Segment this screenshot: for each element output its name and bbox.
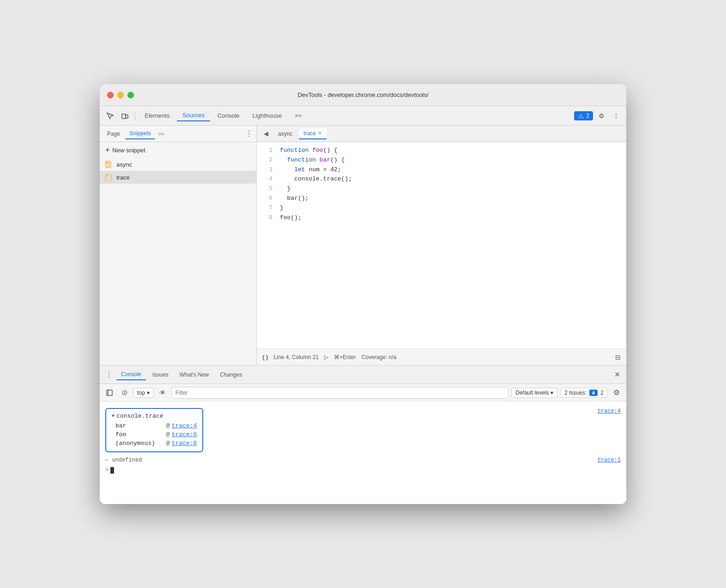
- trace-row-anonymous: (anonymous) @ trace:8: [112, 439, 197, 448]
- editor-area: ◀ async trace ✕ 1 2 3 4 5: [257, 126, 626, 365]
- undefined-line: ← undefined trace:1: [100, 455, 626, 465]
- editor-status-bar: { } Line 4, Column 21 ▷ ⌘+Enter Coverage…: [257, 348, 626, 365]
- editor-tab-close-trace[interactable]: ✕: [318, 130, 322, 136]
- tab-elements[interactable]: Elements: [139, 110, 175, 121]
- issues-icon: [589, 390, 598, 396]
- tab-more[interactable]: >>: [289, 110, 307, 121]
- snippet-item-trace[interactable]: trace: [100, 171, 256, 184]
- code-line-8: foo();: [280, 213, 626, 223]
- code-line-1: function foo() {: [280, 146, 626, 156]
- traffic-lights: [107, 92, 134, 98]
- sidebar-content: + New snippet async: [100, 142, 256, 365]
- run-icon: ▷: [324, 354, 328, 360]
- sidebar-tab-bar: Page Snippets >> ⋮: [100, 126, 256, 142]
- svg-text:!: !: [581, 115, 581, 118]
- devtools-window: DevTools - developer.chrome.com/docs/dev…: [100, 84, 626, 504]
- console-toolbar: ⊘ top ▾ 👁 Default levels ▾ 2 Issues:: [100, 384, 626, 402]
- trace-fn-anonymous: (anonymous): [115, 440, 166, 447]
- run-shortcut: ⌘+Enter: [334, 354, 356, 360]
- trace-fn-bar: bar: [115, 422, 166, 429]
- console-prompt[interactable]: >: [100, 465, 626, 475]
- code-line-4: console.trace();: [280, 174, 626, 184]
- svg-rect-6: [107, 390, 112, 396]
- devtools-toolbar: Elements Sources Console Lighthouse >> !…: [100, 106, 626, 126]
- device-toolbar-btn[interactable]: [118, 109, 131, 122]
- close-button[interactable]: [107, 92, 114, 98]
- issues-counter-btn[interactable]: 2 Issues: 2: [560, 388, 608, 398]
- tab-console[interactable]: Console: [212, 110, 245, 121]
- trace-link-bar[interactable]: trace:4: [172, 422, 197, 429]
- log-levels-btn[interactable]: Default levels ▾: [511, 388, 557, 398]
- editor-tab-bar: ◀ async trace ✕: [257, 126, 626, 142]
- trace-link-foo[interactable]: trace:6: [172, 431, 197, 438]
- snippet-icon-trace: [105, 174, 113, 181]
- undefined-location[interactable]: trace:1: [598, 457, 621, 463]
- run-btn[interactable]: ▷: [324, 354, 328, 360]
- code-line-2: function bar() {: [280, 156, 626, 165]
- prompt-symbol: >: [105, 467, 109, 474]
- console-area: ⋮ Console Issues What's New Changes ✕ ⊘ …: [100, 366, 626, 504]
- trace-location[interactable]: trace:4: [598, 405, 626, 414]
- console-tab-issues[interactable]: Issues: [148, 370, 173, 380]
- console-tab-console[interactable]: Console: [116, 369, 146, 380]
- collapse-triangle-icon[interactable]: ▼: [112, 414, 115, 419]
- trace-header: ▼ console.trace: [112, 413, 197, 420]
- sidebar-tab-snippets[interactable]: Snippets: [126, 128, 155, 139]
- editor-tab-trace[interactable]: trace ✕: [299, 128, 327, 139]
- title-bar: DevTools - developer.chrome.com/docs/dev…: [100, 84, 626, 106]
- issues-badge-toolbar[interactable]: ! 2: [574, 111, 593, 120]
- code-line-6: bar();: [280, 194, 626, 204]
- screenshot-icon[interactable]: ⊟: [615, 354, 621, 361]
- sidebar-tab-page[interactable]: Page: [103, 129, 124, 139]
- console-tab-bar: ⋮ Console Issues What's New Changes ✕: [100, 366, 626, 384]
- trace-fn-foo: foo: [115, 431, 166, 438]
- code-line-5: }: [280, 184, 626, 194]
- inspect-element-btn[interactable]: [103, 109, 116, 122]
- console-tab-changes[interactable]: Changes: [215, 370, 247, 380]
- trace-output-row: ▼ console.trace bar @ trace:4 foo @ trac…: [100, 405, 626, 455]
- console-close-btn[interactable]: ✕: [611, 369, 623, 380]
- console-tab-whats-new[interactable]: What's New: [175, 370, 214, 380]
- devtools-body: Page Snippets >> ⋮ + New snippet: [100, 126, 626, 504]
- tab-sources[interactable]: Sources: [177, 110, 210, 121]
- code-editor[interactable]: 1 2 3 4 5 6 7 8 function foo() { functio…: [257, 142, 626, 348]
- levels-chevron: ▾: [551, 390, 553, 396]
- window-title: DevTools - developer.chrome.com/docs/dev…: [297, 91, 428, 98]
- format-btn[interactable]: { }: [262, 354, 268, 360]
- settings-btn[interactable]: ⚙: [595, 109, 608, 122]
- svg-rect-1: [126, 115, 128, 118]
- console-output: ▼ console.trace bar @ trace:4 foo @ trac…: [100, 402, 626, 504]
- toolbar-separator-1: [135, 111, 135, 120]
- editor-tab-async[interactable]: async: [273, 129, 297, 139]
- snippet-item-async[interactable]: async: [100, 158, 256, 171]
- console-settings-btn[interactable]: ⚙: [611, 387, 623, 399]
- context-selector[interactable]: top ▾: [133, 388, 154, 398]
- trace-link-anonymous[interactable]: trace:8: [172, 440, 197, 447]
- snippet-icon-async: [105, 161, 113, 168]
- minimize-button[interactable]: [117, 92, 124, 98]
- sources-area: Page Snippets >> ⋮ + New snippet: [100, 126, 626, 366]
- code-content: function foo() { function bar() { let nu…: [280, 146, 626, 345]
- maximize-button[interactable]: [127, 92, 134, 98]
- line-numbers: 1 2 3 4 5 6 7 8: [257, 146, 280, 345]
- coverage-label: Coverage: n/a: [362, 354, 396, 360]
- svg-rect-0: [122, 114, 126, 119]
- cursor: [110, 467, 114, 474]
- console-filter-input[interactable]: [171, 387, 509, 399]
- console-sidebar-btn[interactable]: [103, 387, 115, 399]
- live-expressions-btn[interactable]: 👁: [157, 387, 169, 399]
- cursor-position: Line 4, Column 21: [274, 354, 319, 360]
- trace-row-bar: bar @ trace:4: [112, 421, 197, 430]
- tab-lighthouse[interactable]: Lighthouse: [247, 110, 288, 121]
- sources-sidebar: Page Snippets >> ⋮ + New snippet: [100, 126, 257, 365]
- badge-count: 2: [586, 113, 589, 119]
- new-snippet-button[interactable]: + New snippet: [100, 142, 256, 158]
- trace-box: ▼ console.trace bar @ trace:4 foo @ trac…: [105, 408, 203, 452]
- sidebar-tabs-more[interactable]: >>: [157, 130, 166, 138]
- code-line-7: }: [280, 204, 626, 213]
- console-menu-btn[interactable]: ⋮: [103, 368, 115, 381]
- more-tools-btn[interactable]: ⋮: [610, 109, 623, 122]
- toggle-sidebar-btn[interactable]: ◀: [260, 128, 272, 139]
- clear-console-btn[interactable]: ⊘: [118, 387, 130, 399]
- sidebar-menu-btn[interactable]: ⋮: [245, 129, 253, 138]
